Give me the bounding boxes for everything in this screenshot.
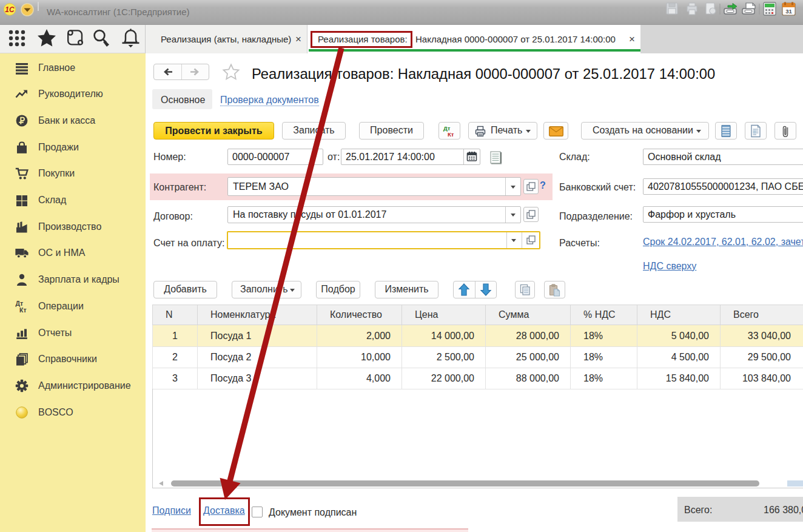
svg-text:31: 31 (785, 8, 792, 15)
svg-text:Кт: Кт (448, 131, 454, 138)
svg-text:1С: 1С (5, 5, 15, 14)
svg-text:Дт: Дт (443, 125, 451, 132)
svg-text:Кт: Кт (19, 306, 27, 314)
